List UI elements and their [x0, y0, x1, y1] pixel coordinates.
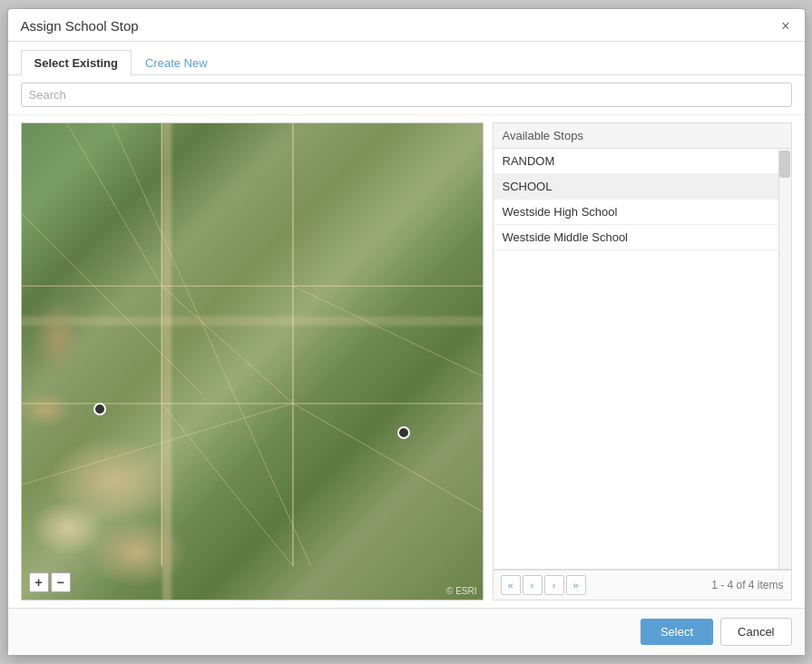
dialog-footer: Select Cancel: [8, 608, 805, 655]
dialog-header: Assign School Stop ×: [8, 9, 805, 42]
svg-line-9: [292, 286, 482, 376]
list-item[interactable]: Westside High School: [494, 200, 778, 225]
map-panel: + − © ESRI: [21, 122, 484, 601]
svg-line-10: [66, 123, 161, 286]
map-pin-1: [93, 403, 106, 415]
svg-line-8: [161, 286, 292, 403]
zoom-out-button[interactable]: −: [51, 572, 71, 592]
stops-list-panel: Available Stops RANDOM SCHOOL Westside H…: [493, 122, 792, 601]
map-controls: + −: [29, 572, 71, 592]
svg-line-11: [161, 404, 292, 566]
first-page-button[interactable]: «: [501, 575, 521, 595]
last-page-button[interactable]: »: [566, 575, 586, 595]
map-background: + − © ESRI: [22, 123, 483, 600]
list-item[interactable]: SCHOOL: [494, 174, 778, 200]
prev-page-button[interactable]: ‹: [523, 575, 543, 595]
list-with-scroll: RANDOM SCHOOL Westside High School Wests…: [493, 148, 792, 570]
map-roads-svg: [22, 123, 483, 566]
tabs-bar: Select Existing Create New: [8, 42, 805, 75]
map-pin-2: [397, 426, 410, 439]
zoom-in-button[interactable]: +: [29, 572, 49, 592]
pagination-info: 1 - 4 of 4 items: [711, 579, 783, 591]
select-button[interactable]: Select: [641, 619, 713, 645]
svg-line-4: [22, 214, 202, 395]
tab-select-existing[interactable]: Select Existing: [21, 50, 132, 75]
svg-line-6: [292, 404, 482, 513]
close-button[interactable]: ×: [779, 19, 791, 34]
esri-watermark: © ESRI: [446, 586, 477, 596]
svg-line-7: [22, 404, 293, 485]
assign-school-stop-dialog: Assign School Stop × Select Existing Cre…: [7, 8, 806, 656]
list-item[interactable]: RANDOM: [494, 149, 778, 174]
scrollbar-thumb: [779, 151, 790, 178]
search-area: [8, 75, 805, 115]
list-items-column: RANDOM SCHOOL Westside High School Wests…: [494, 149, 778, 569]
pagination-bar: « ‹ › » 1 - 4 of 4 items: [493, 570, 792, 601]
cancel-button[interactable]: Cancel: [720, 618, 791, 646]
main-content: + − © ESRI Available Stops RANDOM SCHOOL…: [8, 115, 805, 608]
list-header: Available Stops: [493, 122, 792, 148]
dialog-title: Assign School Stop: [21, 18, 139, 34]
svg-line-5: [112, 123, 310, 566]
pagination-buttons: « ‹ › »: [501, 575, 586, 595]
list-scrollbar[interactable]: [778, 149, 791, 569]
next-page-button[interactable]: ›: [544, 575, 564, 595]
list-item[interactable]: Westside Middle School: [494, 225, 778, 250]
search-input[interactable]: [21, 83, 792, 107]
tab-create-new[interactable]: Create New: [132, 50, 221, 75]
